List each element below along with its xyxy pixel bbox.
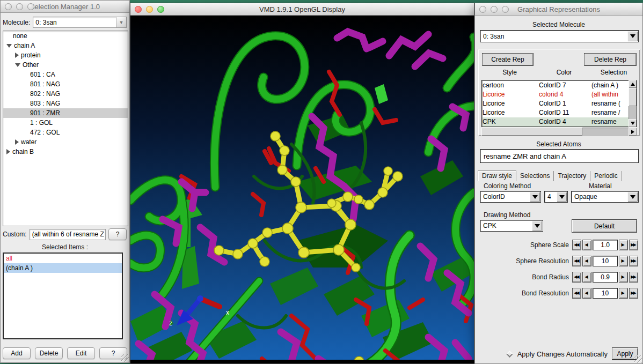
tree-item[interactable]: 901 : ZMR [3, 108, 128, 118]
custom-help-button[interactable]: ? [108, 228, 127, 240]
selected-molecule-dropdown[interactable]: 0: 3san [480, 30, 639, 42]
decrement-icon[interactable]: ◀ [582, 288, 591, 299]
decrement-icon[interactable]: ◀ [582, 256, 591, 266]
rep-row[interactable]: LicoriceColorID 11resname / [483, 108, 636, 117]
list-item[interactable]: (chain A ) [4, 263, 122, 273]
spinner-value[interactable]: 1.0 [593, 240, 618, 250]
tree-item[interactable]: 803 : NAG [3, 99, 128, 108]
list-item[interactable]: all [4, 254, 122, 263]
scroll-down-icon[interactable] [629, 119, 637, 127]
zoom-icon[interactable] [502, 6, 509, 13]
decrement-fast-icon[interactable]: ◀◀ [572, 240, 581, 250]
disclosure-right-icon[interactable] [15, 139, 19, 145]
tree-item[interactable]: 472 : GOL [3, 128, 128, 137]
tree-item[interactable]: 1 : GOL [3, 118, 128, 128]
rep-vertical-scrollbar[interactable] [629, 80, 637, 127]
zoom-icon[interactable] [157, 6, 164, 13]
rep-horizontal-scrollbar[interactable] [481, 128, 637, 136]
create-rep-button[interactable]: Create Rep [482, 53, 534, 66]
decrement-fast-icon[interactable]: ◀◀ [572, 256, 581, 266]
add-button[interactable]: Add [3, 347, 31, 359]
decrement-fast-icon[interactable]: ◀◀ [572, 272, 581, 283]
tree-item[interactable]: 802 : NAG [3, 89, 128, 99]
scroll-thumb[interactable] [629, 88, 637, 106]
zoom-icon[interactable] [27, 3, 34, 10]
minimize-icon[interactable] [146, 6, 153, 13]
resize-grip[interactable] [634, 355, 642, 363]
decrement-icon[interactable]: ◀ [582, 272, 591, 283]
selected-atoms-input[interactable]: resname ZMR and chain A [480, 149, 639, 163]
material-dropdown[interactable]: Opaque [571, 191, 639, 203]
increment-icon[interactable]: ▶ [619, 256, 628, 266]
disclosure-down-icon[interactable] [15, 63, 20, 67]
spinner-value[interactable]: 10 [593, 256, 618, 266]
rep-style-cell: Licorice [483, 90, 539, 99]
tree-item[interactable]: water [3, 137, 128, 147]
chevron-down-icon[interactable] [627, 192, 638, 202]
tree-item[interactable]: Other [3, 60, 128, 70]
chevron-down-icon[interactable]: ▼ [116, 17, 126, 27]
apply-auto-checkbox[interactable] [506, 351, 513, 358]
delete-button[interactable]: Delete [35, 347, 63, 359]
tree-item-label: 802 : NAG [30, 89, 60, 99]
rep-row[interactable]: LicoriceColorID 1resname ( [483, 99, 636, 108]
rep-row[interactable]: CPKColorID 4resname [483, 117, 636, 127]
selection-manager-titlebar[interactable]: Selection Manager 1.0 [1, 1, 129, 13]
scroll-right-icon[interactable] [629, 128, 637, 136]
colorid-dropdown[interactable]: 4 [544, 191, 568, 203]
rep-row[interactable]: cartoonColorID 7(chain A ) [483, 81, 636, 90]
close-icon[interactable] [479, 6, 486, 13]
spinner-value[interactable]: 10 [593, 288, 618, 299]
rep-list-frame: Create Rep Delete Rep Style Color Select… [478, 49, 640, 136]
opengl-viewport[interactable]: x z [130, 16, 474, 363]
chevron-down-icon[interactable] [530, 192, 540, 202]
tab-draw-style[interactable]: Draw style [478, 170, 516, 181]
tree-item[interactable]: 601 : CA [3, 70, 128, 79]
tab-trajectory[interactable]: Trajectory [554, 171, 590, 181]
close-icon[interactable] [135, 6, 142, 13]
tree-item[interactable]: 801 : NAG [3, 79, 128, 89]
coloring-method-dropdown[interactable]: ColorID [480, 191, 541, 203]
edit-button[interactable]: Edit [67, 347, 95, 359]
molecule-dropdown[interactable]: 0: 3san ▼ [33, 17, 127, 28]
increment-icon[interactable]: ▶ [619, 272, 628, 283]
minimize-icon[interactable] [491, 6, 498, 13]
disclosure-right-icon[interactable] [6, 149, 10, 154]
resize-grip[interactable] [121, 354, 129, 362]
graphical-representations-titlebar[interactable]: Graphical Representations [475, 3, 642, 16]
tree-item[interactable]: none [3, 31, 128, 41]
tree-item[interactable]: protein [3, 50, 128, 60]
tab-selections[interactable]: Selections [516, 171, 554, 181]
tree-item[interactable]: chain B [3, 147, 128, 157]
increment-icon[interactable]: ▶ [619, 240, 628, 250]
increment-fast-icon[interactable]: ▶▶ [629, 240, 638, 250]
custom-input[interactable]: (all within 6 of resname Z [30, 229, 106, 240]
tree-item[interactable]: chain A [3, 41, 128, 50]
delete-rep-button[interactable]: Delete Rep [584, 53, 637, 66]
spinner-bond-radius: Bond Radius◀◀◀0.9▶▶▶ [532, 271, 638, 283]
close-icon[interactable] [5, 3, 12, 10]
increment-fast-icon[interactable]: ▶▶ [629, 288, 638, 299]
chevron-down-icon[interactable] [532, 221, 542, 231]
rep-table[interactable]: cartoonColorID 7(chain A )Licoricecolori… [481, 80, 637, 127]
scroll-thumb[interactable] [481, 128, 582, 136]
rep-row[interactable]: Licoricecolorid 4(all within [483, 90, 636, 99]
increment-fast-icon[interactable]: ▶▶ [629, 272, 638, 283]
increment-icon[interactable]: ▶ [619, 288, 628, 299]
disclosure-down-icon[interactable] [6, 44, 12, 48]
default-button[interactable]: Default [572, 219, 637, 233]
increment-fast-icon[interactable]: ▶▶ [629, 256, 638, 266]
tab-periodic[interactable]: Periodic [590, 171, 622, 181]
drawing-method-dropdown[interactable]: CPK [480, 220, 543, 232]
selection-tree[interactable]: nonechain AproteinOther601 : CA801 : NAG… [3, 31, 128, 226]
minimize-icon[interactable] [16, 3, 23, 10]
opengl-titlebar[interactable]: VMD 1.9.1 OpenGL Display [130, 3, 474, 16]
selected-items-list[interactable]: all(chain A ) [3, 252, 123, 339]
decrement-icon[interactable]: ◀ [582, 240, 591, 250]
chevron-down-icon[interactable] [627, 31, 638, 41]
decrement-fast-icon[interactable]: ◀◀ [572, 288, 581, 299]
disclosure-right-icon[interactable] [15, 53, 19, 58]
scroll-up-icon[interactable] [629, 80, 637, 88]
spinner-value[interactable]: 0.9 [593, 272, 618, 283]
chevron-down-icon[interactable] [557, 192, 567, 202]
